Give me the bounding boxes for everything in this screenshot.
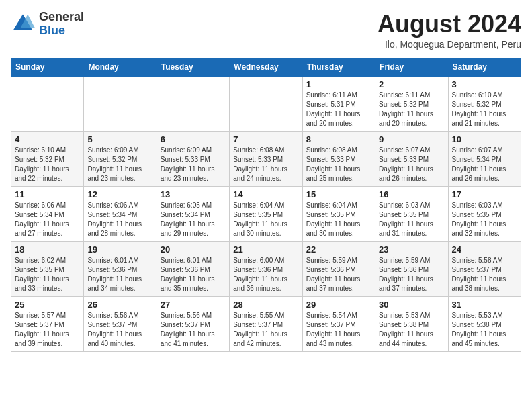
calendar-cell: 15Sunrise: 6:04 AM Sunset: 5:35 PM Dayli… — [302, 186, 375, 241]
calendar-cell: 17Sunrise: 6:03 AM Sunset: 5:35 PM Dayli… — [448, 186, 521, 241]
day-number: 7 — [233, 134, 298, 144]
day-number: 24 — [452, 244, 517, 255]
day-header-friday: Friday — [375, 58, 448, 76]
day-info: Sunrise: 6:04 AM Sunset: 5:35 PM Dayligh… — [233, 201, 298, 238]
day-number: 26 — [87, 300, 152, 310]
calendar-cell: 21Sunrise: 6:00 AM Sunset: 5:36 PM Dayli… — [230, 241, 302, 296]
calendar-title: August 2024 — [378, 11, 521, 38]
day-info: Sunrise: 5:58 AM Sunset: 5:37 PM Dayligh… — [452, 256, 517, 293]
calendar-header-row: SundayMondayTuesdayWednesdayThursdayFrid… — [11, 58, 521, 76]
day-header-tuesday: Tuesday — [157, 58, 229, 76]
day-number: 15 — [306, 189, 371, 199]
day-number: 3 — [452, 79, 517, 89]
calendar-week-2: 4Sunrise: 6:10 AM Sunset: 5:32 PM Daylig… — [11, 131, 521, 186]
day-info: Sunrise: 5:56 AM Sunset: 5:37 PM Dayligh… — [87, 311, 152, 349]
calendar-cell: 4Sunrise: 6:10 AM Sunset: 5:32 PM Daylig… — [11, 131, 84, 186]
day-info: Sunrise: 6:11 AM Sunset: 5:32 PM Dayligh… — [379, 91, 444, 128]
day-number: 13 — [161, 189, 226, 199]
day-number: 6 — [161, 134, 226, 144]
day-number: 16 — [379, 189, 444, 199]
calendar-week-1: 1Sunrise: 6:11 AM Sunset: 5:31 PM Daylig… — [11, 76, 521, 131]
day-number: 29 — [306, 300, 371, 310]
calendar-cell: 6Sunrise: 6:09 AM Sunset: 5:33 PM Daylig… — [157, 131, 229, 186]
calendar-cell: 20Sunrise: 6:01 AM Sunset: 5:36 PM Dayli… — [157, 241, 229, 296]
calendar-week-3: 11Sunrise: 6:06 AM Sunset: 5:34 PM Dayli… — [11, 186, 521, 241]
day-info: Sunrise: 6:05 AM Sunset: 5:34 PM Dayligh… — [161, 201, 226, 238]
day-info: Sunrise: 6:02 AM Sunset: 5:35 PM Dayligh… — [15, 256, 80, 293]
calendar-subtitle: Ilo, Moquegua Department, Peru — [378, 39, 521, 50]
calendar-cell: 29Sunrise: 5:54 AM Sunset: 5:37 PM Dayli… — [302, 296, 375, 351]
day-number: 11 — [15, 189, 80, 199]
day-info: Sunrise: 5:53 AM Sunset: 5:38 PM Dayligh… — [379, 311, 444, 349]
day-info: Sunrise: 6:07 AM Sunset: 5:33 PM Dayligh… — [379, 146, 444, 183]
day-header-sunday: Sunday — [11, 58, 84, 76]
calendar-cell: 8Sunrise: 6:08 AM Sunset: 5:33 PM Daylig… — [302, 131, 375, 186]
day-number: 12 — [87, 189, 152, 199]
day-info: Sunrise: 6:06 AM Sunset: 5:34 PM Dayligh… — [87, 201, 152, 238]
day-info: Sunrise: 6:06 AM Sunset: 5:34 PM Dayligh… — [15, 201, 80, 238]
calendar-cell: 2Sunrise: 6:11 AM Sunset: 5:32 PM Daylig… — [375, 76, 448, 131]
calendar-cell: 22Sunrise: 5:59 AM Sunset: 5:36 PM Dayli… — [302, 241, 375, 296]
calendar-cell: 31Sunrise: 5:53 AM Sunset: 5:38 PM Dayli… — [448, 296, 521, 351]
day-header-thursday: Thursday — [302, 58, 375, 76]
day-info: Sunrise: 6:00 AM Sunset: 5:36 PM Dayligh… — [233, 256, 298, 293]
day-number: 8 — [306, 134, 371, 144]
calendar-cell: 26Sunrise: 5:56 AM Sunset: 5:37 PM Dayli… — [84, 296, 157, 351]
calendar-cell: 3Sunrise: 6:10 AM Sunset: 5:32 PM Daylig… — [448, 76, 521, 131]
logo-text: General Blue — [39, 11, 84, 38]
day-info: Sunrise: 6:09 AM Sunset: 5:32 PM Dayligh… — [87, 146, 152, 183]
calendar-cell: 10Sunrise: 6:07 AM Sunset: 5:34 PM Dayli… — [448, 131, 521, 186]
calendar-cell — [11, 76, 84, 131]
calendar-cell: 12Sunrise: 6:06 AM Sunset: 5:34 PM Dayli… — [84, 186, 157, 241]
day-number: 4 — [15, 134, 80, 144]
day-number: 25 — [15, 300, 80, 310]
day-header-wednesday: Wednesday — [230, 58, 302, 76]
day-info: Sunrise: 6:08 AM Sunset: 5:33 PM Dayligh… — [306, 146, 371, 183]
calendar-table: SundayMondayTuesdayWednesdayThursdayFrid… — [11, 58, 521, 352]
logo-icon — [11, 12, 35, 36]
day-info: Sunrise: 6:03 AM Sunset: 5:35 PM Dayligh… — [379, 201, 444, 238]
calendar-cell — [84, 76, 157, 131]
calendar-cell: 5Sunrise: 6:09 AM Sunset: 5:32 PM Daylig… — [84, 131, 157, 186]
calendar-cell: 14Sunrise: 6:04 AM Sunset: 5:35 PM Dayli… — [230, 186, 302, 241]
day-header-monday: Monday — [84, 58, 157, 76]
calendar-cell: 9Sunrise: 6:07 AM Sunset: 5:33 PM Daylig… — [375, 131, 448, 186]
day-info: Sunrise: 5:56 AM Sunset: 5:37 PM Dayligh… — [161, 311, 226, 349]
day-info: Sunrise: 5:59 AM Sunset: 5:36 PM Dayligh… — [306, 256, 371, 293]
day-number: 30 — [379, 300, 444, 310]
day-info: Sunrise: 5:54 AM Sunset: 5:37 PM Dayligh… — [306, 311, 371, 349]
day-info: Sunrise: 6:11 AM Sunset: 5:31 PM Dayligh… — [306, 91, 371, 128]
calendar-cell: 27Sunrise: 5:56 AM Sunset: 5:37 PM Dayli… — [157, 296, 229, 351]
calendar-cell: 30Sunrise: 5:53 AM Sunset: 5:38 PM Dayli… — [375, 296, 448, 351]
day-number: 19 — [87, 244, 152, 255]
day-info: Sunrise: 5:57 AM Sunset: 5:37 PM Dayligh… — [15, 311, 80, 349]
day-number: 18 — [15, 244, 80, 255]
day-number: 10 — [452, 134, 517, 144]
calendar-cell: 25Sunrise: 5:57 AM Sunset: 5:37 PM Dayli… — [11, 296, 84, 351]
calendar-cell: 11Sunrise: 6:06 AM Sunset: 5:34 PM Dayli… — [11, 186, 84, 241]
day-number: 5 — [87, 134, 152, 144]
calendar-cell: 18Sunrise: 6:02 AM Sunset: 5:35 PM Dayli… — [11, 241, 84, 296]
logo: General Blue — [11, 11, 84, 38]
day-info: Sunrise: 5:53 AM Sunset: 5:38 PM Dayligh… — [452, 311, 517, 349]
day-header-saturday: Saturday — [448, 58, 521, 76]
calendar-cell: 28Sunrise: 5:55 AM Sunset: 5:37 PM Dayli… — [230, 296, 302, 351]
day-number: 27 — [161, 300, 226, 310]
calendar-cell: 16Sunrise: 6:03 AM Sunset: 5:35 PM Dayli… — [375, 186, 448, 241]
day-info: Sunrise: 6:04 AM Sunset: 5:35 PM Dayligh… — [306, 201, 371, 238]
day-info: Sunrise: 6:09 AM Sunset: 5:33 PM Dayligh… — [161, 146, 226, 183]
title-area: August 2024 Ilo, Moquegua Department, Pe… — [378, 11, 521, 50]
day-info: Sunrise: 6:08 AM Sunset: 5:33 PM Dayligh… — [233, 146, 298, 183]
calendar-cell: 19Sunrise: 6:01 AM Sunset: 5:36 PM Dayli… — [84, 241, 157, 296]
day-info: Sunrise: 5:55 AM Sunset: 5:37 PM Dayligh… — [233, 311, 298, 349]
day-number: 1 — [306, 79, 371, 89]
day-number: 21 — [233, 244, 298, 255]
calendar-cell: 24Sunrise: 5:58 AM Sunset: 5:37 PM Dayli… — [448, 241, 521, 296]
day-number: 28 — [233, 300, 298, 310]
calendar-cell: 1Sunrise: 6:11 AM Sunset: 5:31 PM Daylig… — [302, 76, 375, 131]
calendar-week-4: 18Sunrise: 6:02 AM Sunset: 5:35 PM Dayli… — [11, 241, 521, 296]
calendar-cell — [230, 76, 302, 131]
day-number: 22 — [306, 244, 371, 255]
day-info: Sunrise: 6:10 AM Sunset: 5:32 PM Dayligh… — [15, 146, 80, 183]
calendar-cell: 13Sunrise: 6:05 AM Sunset: 5:34 PM Dayli… — [157, 186, 229, 241]
